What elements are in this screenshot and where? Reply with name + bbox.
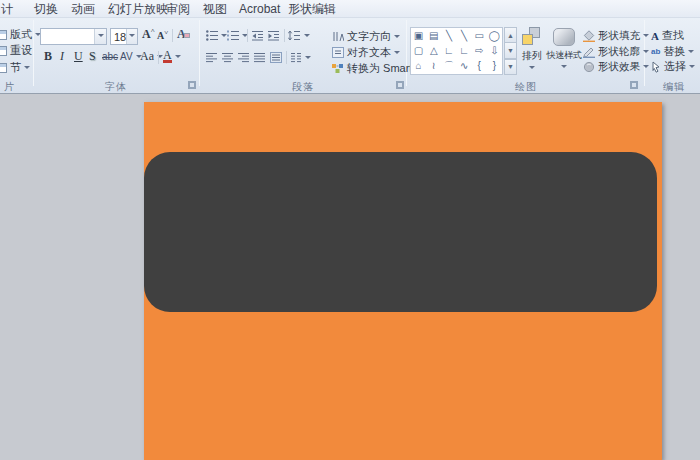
change-case-button[interactable]: Aa <box>140 49 163 64</box>
select-icon <box>651 61 661 73</box>
drawing-dialog-launcher[interactable] <box>630 81 638 89</box>
text-direction-label: 文字方向 <box>347 29 391 44</box>
columns-button[interactable] <box>290 50 311 65</box>
bold-button[interactable]: B <box>44 49 52 64</box>
shape-option[interactable]: ⌒ <box>441 59 456 74</box>
character-spacing-icon: AV <box>120 51 133 62</box>
arrange-icon <box>522 27 542 46</box>
shape-option[interactable]: ▢ <box>411 43 426 58</box>
tab-design-partial[interactable]: 计 <box>1 0 13 18</box>
shape-option[interactable]: ⇩ <box>487 43 502 58</box>
shape-effects-button[interactable]: 形状效果 <box>583 59 649 74</box>
quick-styles-button[interactable]: 快速样式 <box>547 26 581 86</box>
align-left-button[interactable] <box>206 50 218 65</box>
layout-button[interactable]: 版式 <box>2 27 41 42</box>
shape-option[interactable]: ⌂ <box>411 59 426 74</box>
underline-icon: U <box>74 49 83 64</box>
gallery-more-button[interactable]: ▼ <box>504 59 517 75</box>
line-spacing-button[interactable] <box>288 28 310 43</box>
clear-formatting-button[interactable]: A <box>177 27 190 42</box>
shape-option[interactable]: } <box>487 59 502 74</box>
numbering-button[interactable] <box>227 28 248 43</box>
replace-icon: ab <box>651 47 660 56</box>
tab-transitions[interactable]: 切换 <box>34 0 58 18</box>
strikethrough-button[interactable]: abc <box>102 49 118 64</box>
shape-option[interactable]: ╲ <box>457 28 472 43</box>
chevron-down-icon <box>688 50 694 56</box>
layout-icon <box>0 30 7 40</box>
chevron-down-icon <box>643 50 649 56</box>
chevron-down-icon[interactable] <box>126 29 137 44</box>
font-dialog-launcher[interactable] <box>188 81 196 89</box>
shape-outline-icon <box>583 46 595 58</box>
editing-group-label: 编辑 <box>663 80 685 94</box>
grow-font-button[interactable]: A˄ <box>142 27 155 42</box>
shape-option[interactable]: ∿ <box>457 59 472 74</box>
shape-option[interactable]: △ <box>426 43 441 58</box>
gallery-scroll-up[interactable]: ▲ <box>504 27 517 43</box>
shape-option[interactable]: ▭ <box>472 28 487 43</box>
numbering-icon <box>227 30 239 41</box>
section-button[interactable]: 节 <box>2 60 30 75</box>
text-direction-button[interactable]: 文字方向 <box>332 29 400 44</box>
button-separator <box>286 51 287 64</box>
tab-shape-edit[interactable]: 形状编辑 <box>288 0 336 18</box>
tab-slideshow[interactable]: 幻灯片放映 <box>108 0 168 18</box>
chevron-down-icon <box>394 51 400 57</box>
chevron-down-icon[interactable] <box>94 29 106 44</box>
reset-button[interactable]: 重设 <box>2 43 32 58</box>
chevron-down-icon <box>643 34 649 40</box>
chevron-down-icon <box>305 56 311 62</box>
paragraph-dialog-launcher[interactable] <box>396 81 404 89</box>
replace-button[interactable]: ab 替换 <box>651 44 694 59</box>
decrease-indent-button[interactable] <box>252 28 264 43</box>
underline-button[interactable]: U <box>74 49 83 64</box>
tab-review[interactable]: 审阅 <box>166 0 190 18</box>
increase-indent-button[interactable] <box>268 28 280 43</box>
tab-animations[interactable]: 动画 <box>71 0 95 18</box>
find-button[interactable]: A 查找 <box>651 28 684 43</box>
shape-option[interactable]: ▣ <box>411 28 426 43</box>
align-center-button[interactable] <box>222 50 234 65</box>
italic-button[interactable]: I <box>60 49 64 64</box>
shape-outline-button[interactable]: 形状轮廓 <box>583 44 649 59</box>
button-separator <box>284 29 285 42</box>
character-spacing-button[interactable]: AV <box>120 49 142 64</box>
shape-option[interactable]: ∟ <box>457 43 472 58</box>
font-name-combobox[interactable] <box>40 28 107 45</box>
slide-workspace <box>0 95 700 460</box>
align-center-icon <box>222 52 234 63</box>
gallery-scroll-down[interactable]: ▼ <box>504 43 517 58</box>
bullets-button[interactable] <box>206 28 227 43</box>
align-right-button[interactable] <box>238 50 250 65</box>
text-shadow-button[interactable]: S <box>89 49 96 64</box>
select-button[interactable]: 选择 <box>651 59 695 74</box>
shapes-gallery[interactable]: ▣ ▤ ╲ ╲ ▭ ◯ ▢ △ ∟ ∟ ⇨ ⇩ ⌂ ≀ ⌒ ∿ { } <box>410 27 503 75</box>
shape-option[interactable]: ╲ <box>441 28 456 43</box>
arrange-label: 排列 <box>522 49 541 63</box>
align-right-icon <box>238 52 250 63</box>
font-color-button[interactable]: A <box>163 49 181 64</box>
shape-option[interactable]: ≀ <box>426 59 441 74</box>
align-left-icon <box>206 52 218 63</box>
tab-acrobat[interactable]: Acrobat <box>239 0 280 18</box>
distribute-text-button[interactable] <box>270 50 282 65</box>
shape-option[interactable]: ▤ <box>426 28 441 43</box>
shrink-font-button[interactable]: A˅ <box>157 28 168 43</box>
arrange-button[interactable]: 排列 <box>518 26 546 86</box>
bold-icon: B <box>44 49 52 64</box>
justify-button[interactable] <box>254 50 266 65</box>
rounded-rectangle-shape[interactable] <box>144 152 657 312</box>
align-text-icon <box>332 47 344 58</box>
shape-fill-button[interactable]: 形状填充 <box>583 28 649 43</box>
shape-option[interactable]: ◯ <box>487 28 502 43</box>
shape-option[interactable]: ∟ <box>441 43 456 58</box>
slide-canvas[interactable] <box>144 102 662 460</box>
font-size-combobox[interactable]: 18 <box>110 28 138 45</box>
align-text-button[interactable]: 对齐文本 <box>332 45 400 60</box>
gallery-scrollbar: ▲ ▼ ▼ <box>504 27 517 75</box>
chevron-down-icon <box>394 35 400 41</box>
tab-view[interactable]: 视图 <box>203 0 227 18</box>
shape-option[interactable]: { <box>472 59 487 74</box>
shape-option[interactable]: ⇨ <box>472 43 487 58</box>
